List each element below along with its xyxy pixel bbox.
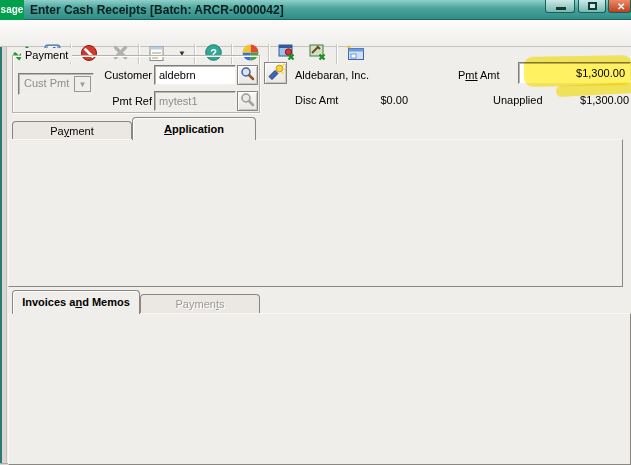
search-icon — [240, 71, 255, 83]
tab-payments: Payments — [140, 294, 260, 314]
payment-type-select: Cust Pmt ▼ — [18, 73, 94, 95]
maximize-button[interactable] — [578, 0, 606, 13]
batch-lookup-icon — [278, 44, 296, 63]
unapplied-value: $1,300.00 — [560, 93, 631, 107]
search-icon — [240, 97, 255, 109]
customer-label: Customer — [104, 68, 152, 82]
disc-amt-value: $0.00 — [352, 93, 412, 107]
minimize-icon — [556, 7, 566, 10]
pmt-ref-input: mytest1 — [154, 91, 236, 111]
application-tab-panel — [8, 139, 623, 287]
enter-cash-receipts-window: sage Enter Cash Receipts [Batch: ARCR-00… — [0, 0, 631, 465]
minimize-button[interactable] — [545, 0, 575, 13]
flashlight-icon — [267, 71, 285, 83]
customer-name: Aldebaran, Inc. — [295, 68, 455, 82]
title-bar: sage Enter Cash Receipts [Batch: ARCR-00… — [0, 0, 631, 20]
pmt-amt-label: Pmt Amt — [458, 68, 514, 82]
payment-type-value: Cust Pmt — [24, 77, 74, 89]
tab-payment[interactable]: Payment — [12, 121, 132, 140]
customer-input[interactable]: aldebrn — [154, 65, 236, 85]
window-frame-left — [0, 47, 7, 463]
pmt-ref-lookup-button — [237, 91, 258, 111]
pmt-amt-input[interactable]: $1,300.00 — [518, 62, 631, 84]
invoices-tab-panel — [8, 313, 631, 465]
close-icon: ✕ — [617, 1, 625, 12]
chevron-down-icon: ▼ — [74, 76, 91, 92]
pmt-ref-label: Pmt Ref — [104, 94, 152, 108]
close-button[interactable]: ✕ — [608, 0, 631, 13]
tab-application[interactable]: Application — [132, 117, 256, 140]
tab-invoices-and-memos[interactable]: Invoices and Memos — [12, 290, 140, 314]
new-batch-icon — [346, 45, 365, 63]
batch-tools-button[interactable] — [305, 42, 331, 65]
payment-group-label: Payment — [21, 48, 72, 62]
unapplied-label: Unapplied — [493, 93, 553, 107]
toolbar-separator — [336, 44, 337, 64]
window-title: Enter Cash Receipts [Batch: ARCR-0000042… — [30, 0, 500, 20]
customer-inquiry-button[interactable] — [264, 62, 287, 84]
disc-amt-label: Disc Amt — [295, 93, 355, 107]
sage-logo: sage — [0, 0, 24, 20]
batch-tools-icon — [309, 44, 327, 63]
customer-lookup-button[interactable] — [237, 65, 258, 85]
new-batch-button[interactable] — [342, 42, 368, 65]
maximize-icon — [588, 2, 597, 10]
toolbar: ▼ ? — [0, 20, 631, 47]
toolbar-separator — [268, 44, 269, 64]
